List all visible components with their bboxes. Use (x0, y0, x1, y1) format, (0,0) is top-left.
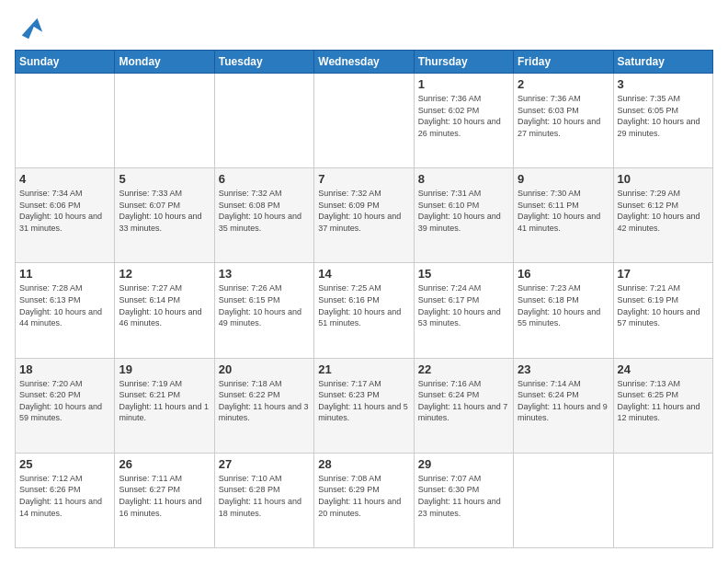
svg-marker-0 (22, 18, 42, 39)
calendar-cell: 10Sunrise: 7:29 AMSunset: 6:12 PMDayligh… (613, 168, 712, 263)
day-number: 18 (19, 362, 110, 376)
calendar-cell: 20Sunrise: 7:18 AMSunset: 6:22 PMDayligh… (214, 358, 313, 453)
day-info: Sunrise: 7:26 AMSunset: 6:15 PMDaylight:… (219, 282, 310, 328)
calendar-cell: 25Sunrise: 7:12 AMSunset: 6:26 PMDayligh… (16, 453, 115, 547)
logo (15, 15, 44, 40)
day-info: Sunrise: 7:17 AMSunset: 6:23 PMDaylight:… (318, 378, 409, 424)
day-info: Sunrise: 7:16 AMSunset: 6:24 PMDaylight:… (418, 378, 509, 424)
day-number: 11 (19, 267, 110, 281)
day-info: Sunrise: 7:20 AMSunset: 6:20 PMDaylight:… (19, 378, 110, 424)
calendar-cell: 26Sunrise: 7:11 AMSunset: 6:27 PMDayligh… (115, 453, 214, 547)
calendar-header-monday: Monday (115, 51, 214, 74)
page: SundayMondayTuesdayWednesdayThursdayFrid… (0, 0, 728, 563)
calendar-cell: 24Sunrise: 7:13 AMSunset: 6:25 PMDayligh… (613, 358, 712, 453)
day-info: Sunrise: 7:32 AMSunset: 6:08 PMDaylight:… (219, 188, 310, 234)
day-number: 19 (119, 362, 210, 376)
calendar-cell (514, 453, 613, 547)
day-number: 24 (618, 362, 709, 376)
calendar-table: SundayMondayTuesdayWednesdayThursdayFrid… (15, 50, 713, 548)
logo-icon (18, 15, 44, 40)
day-number: 9 (518, 172, 609, 186)
day-number: 15 (418, 267, 509, 281)
day-number: 22 (418, 362, 509, 376)
day-info: Sunrise: 7:12 AMSunset: 6:26 PMDaylight:… (19, 473, 110, 519)
calendar-cell: 2Sunrise: 7:36 AMSunset: 6:03 PMDaylight… (514, 74, 613, 168)
calendar-header-tuesday: Tuesday (214, 51, 313, 74)
day-info: Sunrise: 7:36 AMSunset: 6:03 PMDaylight:… (518, 93, 609, 139)
day-number: 17 (618, 267, 709, 281)
day-number: 6 (219, 172, 310, 186)
day-info: Sunrise: 7:21 AMSunset: 6:19 PMDaylight:… (618, 282, 709, 328)
day-number: 21 (318, 362, 409, 376)
calendar-header-thursday: Thursday (414, 51, 513, 74)
day-number: 5 (119, 172, 210, 186)
calendar-cell (314, 74, 414, 168)
day-number: 23 (518, 362, 609, 376)
calendar-cell: 16Sunrise: 7:23 AMSunset: 6:18 PMDayligh… (514, 263, 613, 358)
calendar-cell (613, 453, 712, 547)
calendar-cell (115, 74, 214, 168)
day-info: Sunrise: 7:31 AMSunset: 6:10 PMDaylight:… (418, 188, 509, 234)
day-info: Sunrise: 7:36 AMSunset: 6:02 PMDaylight:… (418, 93, 509, 139)
calendar-week-3: 18Sunrise: 7:20 AMSunset: 6:20 PMDayligh… (16, 358, 713, 453)
day-info: Sunrise: 7:24 AMSunset: 6:17 PMDaylight:… (418, 282, 509, 328)
calendar-week-1: 4Sunrise: 7:34 AMSunset: 6:06 PMDaylight… (16, 168, 713, 263)
calendar-header-saturday: Saturday (613, 51, 712, 74)
calendar-cell: 8Sunrise: 7:31 AMSunset: 6:10 PMDaylight… (414, 168, 513, 263)
calendar-header-row: SundayMondayTuesdayWednesdayThursdayFrid… (16, 51, 713, 74)
day-info: Sunrise: 7:30 AMSunset: 6:11 PMDaylight:… (518, 188, 609, 234)
day-number: 26 (119, 457, 210, 471)
header (15, 15, 713, 40)
calendar-cell: 23Sunrise: 7:14 AMSunset: 6:24 PMDayligh… (514, 358, 613, 453)
calendar-cell: 6Sunrise: 7:32 AMSunset: 6:08 PMDaylight… (214, 168, 313, 263)
day-number: 7 (318, 172, 409, 186)
calendar-cell: 12Sunrise: 7:27 AMSunset: 6:14 PMDayligh… (115, 263, 214, 358)
day-number: 12 (119, 267, 210, 281)
day-info: Sunrise: 7:32 AMSunset: 6:09 PMDaylight:… (318, 188, 409, 234)
calendar-header-wednesday: Wednesday (314, 51, 414, 74)
calendar-cell: 15Sunrise: 7:24 AMSunset: 6:17 PMDayligh… (414, 263, 513, 358)
day-info: Sunrise: 7:33 AMSunset: 6:07 PMDaylight:… (119, 188, 210, 234)
day-info: Sunrise: 7:27 AMSunset: 6:14 PMDaylight:… (119, 282, 210, 328)
calendar-cell: 5Sunrise: 7:33 AMSunset: 6:07 PMDaylight… (115, 168, 214, 263)
day-info: Sunrise: 7:25 AMSunset: 6:16 PMDaylight:… (318, 282, 409, 328)
day-info: Sunrise: 7:23 AMSunset: 6:18 PMDaylight:… (518, 282, 609, 328)
day-number: 16 (518, 267, 609, 281)
calendar-cell: 1Sunrise: 7:36 AMSunset: 6:02 PMDaylight… (414, 74, 513, 168)
calendar-cell: 21Sunrise: 7:17 AMSunset: 6:23 PMDayligh… (314, 358, 414, 453)
day-number: 27 (219, 457, 310, 471)
day-info: Sunrise: 7:08 AMSunset: 6:29 PMDaylight:… (318, 473, 409, 519)
day-number: 1 (418, 77, 509, 91)
calendar-cell: 19Sunrise: 7:19 AMSunset: 6:21 PMDayligh… (115, 358, 214, 453)
calendar-header-sunday: Sunday (16, 51, 115, 74)
day-info: Sunrise: 7:35 AMSunset: 6:05 PMDaylight:… (618, 93, 709, 139)
day-info: Sunrise: 7:18 AMSunset: 6:22 PMDaylight:… (219, 378, 310, 424)
day-info: Sunrise: 7:19 AMSunset: 6:21 PMDaylight:… (119, 378, 210, 424)
calendar-cell (214, 74, 313, 168)
day-number: 4 (19, 172, 110, 186)
calendar-cell: 9Sunrise: 7:30 AMSunset: 6:11 PMDaylight… (514, 168, 613, 263)
day-info: Sunrise: 7:11 AMSunset: 6:27 PMDaylight:… (119, 473, 210, 519)
day-number: 14 (318, 267, 409, 281)
day-number: 25 (19, 457, 110, 471)
calendar-cell: 14Sunrise: 7:25 AMSunset: 6:16 PMDayligh… (314, 263, 414, 358)
calendar-cell: 18Sunrise: 7:20 AMSunset: 6:20 PMDayligh… (16, 358, 115, 453)
day-info: Sunrise: 7:14 AMSunset: 6:24 PMDaylight:… (518, 378, 609, 424)
calendar-cell: 7Sunrise: 7:32 AMSunset: 6:09 PMDaylight… (314, 168, 414, 263)
calendar-week-4: 25Sunrise: 7:12 AMSunset: 6:26 PMDayligh… (16, 453, 713, 547)
day-info: Sunrise: 7:34 AMSunset: 6:06 PMDaylight:… (19, 188, 110, 234)
calendar-cell: 4Sunrise: 7:34 AMSunset: 6:06 PMDaylight… (16, 168, 115, 263)
day-info: Sunrise: 7:13 AMSunset: 6:25 PMDaylight:… (618, 378, 709, 424)
day-info: Sunrise: 7:10 AMSunset: 6:28 PMDaylight:… (219, 473, 310, 519)
day-info: Sunrise: 7:07 AMSunset: 6:30 PMDaylight:… (418, 473, 509, 519)
calendar-cell: 13Sunrise: 7:26 AMSunset: 6:15 PMDayligh… (214, 263, 313, 358)
calendar-week-0: 1Sunrise: 7:36 AMSunset: 6:02 PMDaylight… (16, 74, 713, 168)
day-number: 8 (418, 172, 509, 186)
day-number: 2 (518, 77, 609, 91)
day-info: Sunrise: 7:28 AMSunset: 6:13 PMDaylight:… (19, 282, 110, 328)
day-number: 29 (418, 457, 509, 471)
day-number: 13 (219, 267, 310, 281)
calendar-header-friday: Friday (514, 51, 613, 74)
day-info: Sunrise: 7:29 AMSunset: 6:12 PMDaylight:… (618, 188, 709, 234)
day-number: 10 (618, 172, 709, 186)
